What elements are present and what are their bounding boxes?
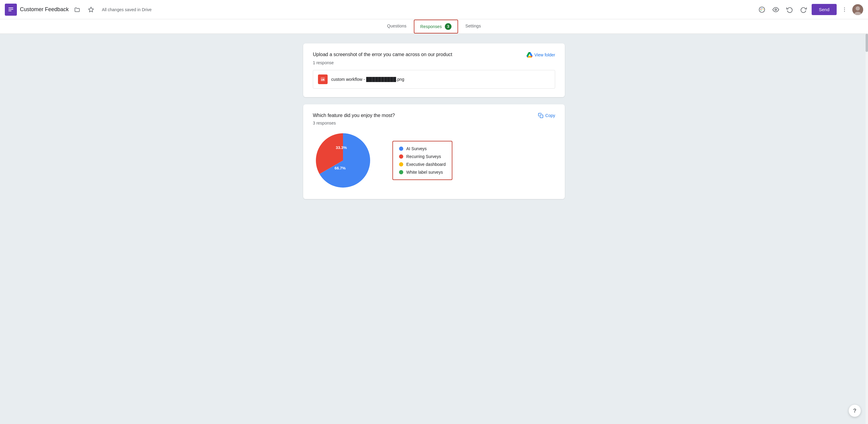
help-button[interactable]: ?: [849, 405, 861, 417]
copy-icon: [538, 113, 544, 118]
chart-section: 66.7% 33.3% AI Surveys Recurring Surveys: [313, 130, 555, 190]
blue-label: 66.7%: [335, 166, 346, 171]
feature-card-title: Which feature did you enjoy the most?: [313, 113, 538, 118]
feature-response-count: 3 responses: [313, 121, 555, 125]
svg-rect-2: [8, 10, 11, 11]
svg-point-9: [775, 9, 777, 10]
svg-point-5: [761, 8, 761, 9]
file-attachment: custom workflow - ██████████.png: [313, 70, 555, 89]
folder-button[interactable]: [72, 4, 83, 15]
tab-responses[interactable]: Responses 3: [414, 20, 458, 33]
doc-title: Customer Feedback: [20, 6, 69, 13]
tabs-bar: Questions Responses 3 Settings: [0, 19, 868, 34]
recurring-surveys-dot: [399, 154, 403, 159]
white-label-surveys-label: White label surveys: [406, 170, 443, 175]
svg-point-11: [844, 9, 845, 10]
svg-point-12: [844, 11, 845, 12]
responses-badge: 3: [445, 23, 452, 30]
header-left: Customer Feedback All changes saved in D…: [5, 4, 756, 16]
svg-rect-0: [8, 7, 13, 8]
legend-item-whitelabel: White label surveys: [399, 170, 446, 175]
copy-button[interactable]: Copy: [538, 113, 555, 118]
svg-rect-17: [540, 115, 543, 118]
drive-icon: [527, 52, 532, 58]
upload-card: Upload a screenshot of the error you cam…: [303, 43, 565, 97]
upload-card-title: Upload a screenshot of the error you cam…: [313, 52, 527, 57]
avatar[interactable]: [852, 4, 863, 15]
file-name: custom workflow - ██████████.png: [331, 77, 404, 82]
svg-point-4: [759, 7, 765, 12]
main-content: Upload a screenshot of the error you cam…: [299, 43, 569, 199]
executive-dashboard-dot: [399, 162, 403, 166]
app-header: Customer Feedback All changes saved in D…: [0, 0, 868, 19]
preview-button[interactable]: [770, 4, 781, 16]
svg-point-10: [844, 7, 845, 8]
svg-rect-16: [321, 77, 325, 82]
svg-point-6: [762, 8, 763, 9]
ai-surveys-dot: [399, 147, 403, 151]
svg-rect-1: [8, 9, 13, 10]
scrollbar-thumb[interactable]: [866, 34, 868, 52]
tab-questions[interactable]: Questions: [380, 19, 413, 33]
legend-item-executive: Executive dashboard: [399, 162, 446, 167]
red-label: 33.3%: [336, 145, 347, 150]
upload-card-header: Upload a screenshot of the error you cam…: [313, 52, 555, 58]
legend-item-ai: AI Surveys: [399, 146, 446, 151]
recurring-surveys-label: Recurring Surveys: [406, 154, 441, 159]
save-status: All changes saved in Drive: [102, 7, 152, 12]
file-type-icon: [318, 74, 328, 84]
svg-point-14: [856, 6, 860, 10]
svg-point-8: [761, 10, 762, 10]
star-button[interactable]: [86, 4, 96, 15]
executive-dashboard-label: Executive dashboard: [406, 162, 446, 167]
header-right: Send: [756, 4, 863, 16]
feature-card-header: Which feature did you enjoy the most? Co…: [313, 113, 555, 118]
ai-surveys-label: AI Surveys: [406, 146, 427, 151]
more-options-button[interactable]: [839, 4, 850, 15]
upload-response-count: 1 response: [313, 60, 555, 65]
white-label-surveys-dot: [399, 170, 403, 174]
feature-card: Which feature did you enjoy the most? Co…: [303, 104, 565, 199]
chart-legend: AI Surveys Recurring Surveys Executive d…: [393, 141, 453, 180]
legend-item-recurring: Recurring Surveys: [399, 154, 446, 159]
pie-chart-svg: 66.7% 33.3%: [313, 130, 373, 190]
scrollbar-track[interactable]: [866, 34, 868, 424]
app-icon: [5, 4, 17, 16]
pie-chart: 66.7% 33.3%: [313, 130, 373, 190]
svg-marker-3: [89, 7, 94, 12]
view-folder-link[interactable]: View folder: [527, 52, 555, 58]
send-button[interactable]: Send: [812, 4, 837, 15]
svg-point-7: [763, 8, 764, 9]
tab-settings[interactable]: Settings: [458, 19, 488, 33]
redo-button[interactable]: [798, 4, 809, 16]
undo-button[interactable]: [784, 4, 795, 16]
palette-button[interactable]: [756, 4, 768, 16]
